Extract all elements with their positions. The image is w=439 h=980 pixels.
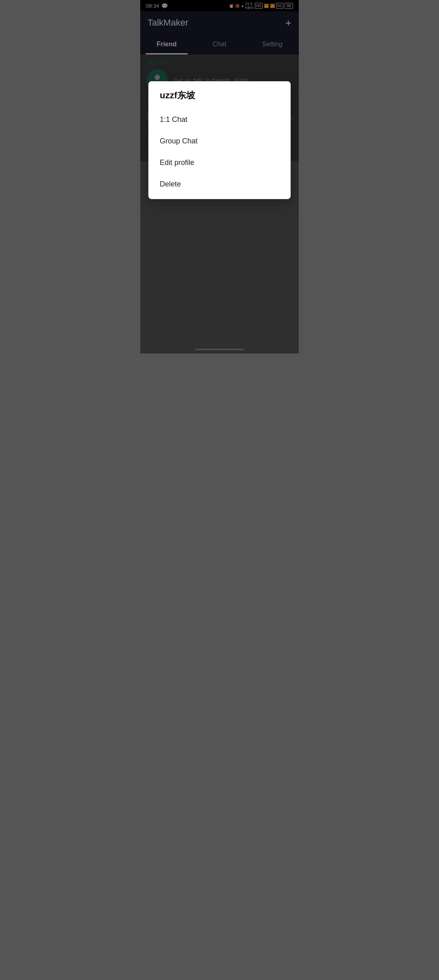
menu-item-edit-profile[interactable]: Edit profile bbox=[148, 152, 291, 173]
menu-item-one-on-one-chat[interactable]: 1:1 Chat bbox=[148, 109, 291, 130]
context-menu: uzzf东坡 1:1 Chat Group Chat Edit profile … bbox=[148, 81, 291, 199]
menu-item-delete[interactable]: Delete bbox=[148, 173, 291, 195]
menu-item-group-chat[interactable]: Group Chat bbox=[148, 130, 291, 152]
context-menu-title: uzzf东坡 bbox=[148, 89, 291, 109]
